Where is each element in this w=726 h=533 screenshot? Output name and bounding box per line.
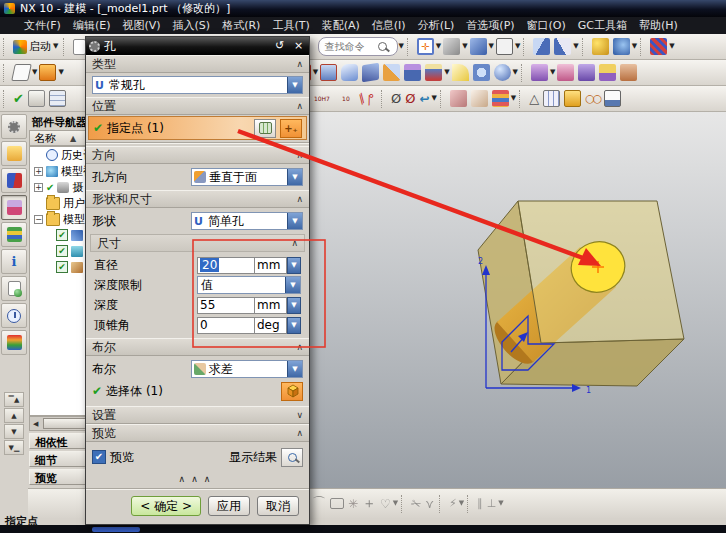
- collapse-icon[interactable]: −: [34, 215, 43, 224]
- toolbar-grip[interactable]: [3, 90, 8, 108]
- history-palette-tab[interactable]: [1, 303, 27, 328]
- edit-section-caret[interactable]: ▼: [573, 43, 578, 50]
- toolbar-grip[interactable]: [467, 495, 472, 513]
- depth-limit-dropdown[interactable]: 值 ▼: [197, 276, 301, 294]
- toolbar-grip[interactable]: [521, 64, 526, 82]
- point-tool-button[interactable]: ＋: [360, 494, 378, 514]
- resource-scroll-down-button[interactable]: ▼: [4, 424, 24, 439]
- constraint-tool-caret[interactable]: ▼: [669, 43, 674, 50]
- sweep-button[interactable]: [339, 63, 360, 83]
- undo-style-button[interactable]: ↩: [417, 89, 431, 109]
- spline-tool-button[interactable]: [590, 37, 611, 57]
- tip-angle-unit[interactable]: deg: [255, 317, 287, 334]
- tip-angle-unit-arrow-icon[interactable]: ▼: [287, 317, 301, 334]
- fit-view-button[interactable]: ✛: [415, 37, 436, 57]
- toolbar-grip[interactable]: [582, 38, 587, 56]
- shell-button[interactable]: [423, 63, 444, 83]
- constraint-navigator-tab[interactable]: [1, 168, 27, 193]
- blend-button[interactable]: [450, 63, 471, 83]
- pull-face-button[interactable]: [555, 63, 576, 83]
- menu-edit[interactable]: 编辑(E): [67, 18, 117, 33]
- toolbar-grip[interactable]: [439, 495, 444, 513]
- studio-spline-button[interactable]: ✳: [346, 494, 360, 514]
- spreadsheet-button[interactable]: [47, 89, 68, 109]
- menu-analysis[interactable]: 分析(L): [412, 18, 461, 33]
- tolerance-3-button[interactable]: 10: [334, 89, 358, 109]
- search-options-caret[interactable]: ▼: [398, 43, 403, 50]
- dropdown-arrow-icon[interactable]: ▼: [287, 213, 302, 229]
- toolbar-grip[interactable]: [401, 495, 406, 513]
- select-body-button[interactable]: [281, 382, 303, 401]
- sheet-body-button[interactable]: [360, 63, 381, 83]
- search-input[interactable]: [322, 40, 376, 53]
- boolean-dropdown[interactable]: 求差 ▼: [191, 360, 303, 378]
- sphere-button[interactable]: [492, 63, 513, 83]
- monitor-button[interactable]: [602, 89, 623, 109]
- rapid-dimension-sketch-button[interactable]: ⚡: [447, 494, 459, 514]
- apply-button[interactable]: 应用: [208, 496, 250, 516]
- toolbar-grip[interactable]: [440, 90, 445, 108]
- draw-sketch-button[interactable]: [254, 119, 276, 138]
- edit-section-button[interactable]: [552, 37, 573, 57]
- rectangle-tool-button[interactable]: [328, 494, 346, 514]
- render-style-button[interactable]: [441, 37, 462, 57]
- undo-style-caret[interactable]: ▼: [431, 95, 436, 102]
- color-list-button[interactable]: [490, 89, 511, 109]
- point-constructor-button[interactable]: +₊: [280, 119, 302, 138]
- settings-section-header[interactable]: 设置 ∨: [86, 406, 309, 424]
- type-section-header[interactable]: 类型 ∧: [86, 55, 309, 73]
- resource-gear-button[interactable]: [1, 114, 27, 139]
- roles-palette-tab[interactable]: [1, 330, 27, 355]
- menu-help[interactable]: 帮助(H): [633, 18, 684, 33]
- toolbar-grip[interactable]: [407, 38, 412, 56]
- toolbar-grip[interactable]: [3, 38, 8, 56]
- dropdown-arrow-icon[interactable]: ▼: [287, 361, 302, 377]
- menu-information[interactable]: 信息(I): [366, 18, 412, 33]
- dialog-collapse-handle[interactable]: ∧∧∧: [86, 472, 309, 486]
- offset-curve-button[interactable]: ♡: [378, 494, 393, 514]
- perpendicular-constraint-button[interactable]: ⊥: [485, 494, 499, 514]
- dialog-reset-button[interactable]: ↺: [272, 39, 287, 53]
- window-layout-button[interactable]: [494, 37, 515, 57]
- internet-explorer-tab[interactable]: i: [1, 249, 27, 274]
- diameter-input[interactable]: 20: [197, 257, 255, 274]
- clip-section-button[interactable]: [531, 37, 552, 57]
- dialog-close-button[interactable]: ×: [291, 39, 306, 53]
- dimensions-subheader[interactable]: 尺寸 ∧: [90, 234, 305, 252]
- shape-dropdown[interactable]: U 简单孔 ▼: [191, 212, 303, 230]
- constraint-caret[interactable]: ▼: [498, 500, 503, 507]
- depth-unit[interactable]: mm: [255, 297, 287, 314]
- menu-assemblies[interactable]: 装配(A): [316, 18, 366, 33]
- diameter-dimension-button[interactable]: Ø: [389, 89, 403, 109]
- resource-scroll-first-button[interactable]: ▔▲: [4, 392, 24, 407]
- offset-region-button[interactable]: [576, 63, 597, 83]
- orient-view-caret[interactable]: ▼: [632, 43, 637, 50]
- angular-dimension-button[interactable]: ⁄°: [366, 89, 378, 109]
- datum-plane-button[interactable]: [11, 63, 32, 83]
- replace-face-button[interactable]: [597, 63, 618, 83]
- parallel-constraint-button[interactable]: ∥: [475, 494, 485, 514]
- preview-section-header[interactable]: 预览 ∧: [86, 424, 309, 442]
- hole-direction-dropdown[interactable]: 垂直于面 ▼: [191, 168, 303, 186]
- constraint-tool-button[interactable]: [648, 37, 669, 57]
- orient-view-button[interactable]: [611, 37, 632, 57]
- toolbar-grip[interactable]: [519, 90, 524, 108]
- move-face-button[interactable]: [529, 63, 550, 83]
- checkbox-checked-icon[interactable]: ✔: [56, 245, 68, 257]
- block-feature-button[interactable]: [37, 63, 58, 83]
- boolean-section-header[interactable]: 布尔 ∧: [86, 338, 309, 356]
- draft-button[interactable]: [471, 63, 492, 83]
- hole-dialog-titlebar[interactable]: 孔 ↺ ×: [86, 37, 309, 55]
- menu-preferences[interactable]: 首选项(P): [460, 18, 520, 33]
- delete-face-button[interactable]: [618, 63, 639, 83]
- resource-scroll-up-button[interactable]: ▲: [4, 408, 24, 423]
- reuse-library-tab[interactable]: [1, 222, 27, 247]
- linked-circles-button[interactable]: ○○: [583, 89, 602, 109]
- menu-gc-toolbox[interactable]: GC工具箱: [572, 18, 633, 33]
- sphere-caret[interactable]: ▼: [513, 69, 518, 76]
- table-tool-button[interactable]: [541, 89, 562, 109]
- toolbar-grip[interactable]: [640, 38, 645, 56]
- color-list-caret[interactable]: ▼: [511, 95, 516, 102]
- menu-insert[interactable]: 插入(S): [167, 18, 217, 33]
- toolbar-grip[interactable]: [3, 64, 8, 82]
